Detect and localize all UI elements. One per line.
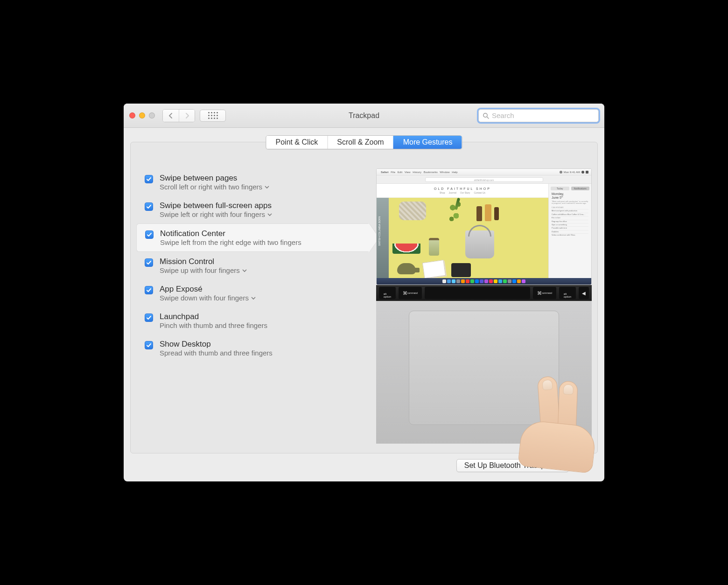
option-title: Launchpad: [160, 312, 267, 321]
option-title: Show Desktop: [160, 340, 273, 349]
hand-icon: [506, 339, 595, 446]
chevron-down-icon: [242, 269, 247, 272]
option-notification-center[interactable]: Notification Center Swipe left from the …: [136, 223, 369, 252]
option-title: App Exposé: [160, 285, 256, 294]
option-title: Swipe between pages: [160, 174, 269, 183]
show-all-button[interactable]: [200, 110, 226, 122]
checkbox-launchpad[interactable]: [145, 313, 153, 322]
nc-event: Dudders: [552, 230, 588, 233]
nc-tab-notifications: Notifications: [571, 187, 590, 190]
nc-event: Coffee with Allison Blue Coffee & Crea…: [552, 213, 588, 216]
chevron-down-icon: [251, 296, 256, 300]
nc-date: Monday, June 5th: [552, 192, 588, 200]
option-mission-control[interactable]: Mission Control Swipe up with four finge…: [136, 252, 363, 279]
content: Point & Click Scroll & Zoom More Gesture…: [124, 128, 604, 481]
close-window-button[interactable]: [129, 112, 135, 118]
checkbox-notification-center[interactable]: [145, 230, 154, 239]
preview-site: OLD FAITHFUL SHOP Shop Journal Our Story…: [377, 184, 548, 278]
preview-url-bar: oldfaithfulshop.com: [425, 177, 543, 182]
option-title: Notification Center: [160, 229, 301, 238]
option-subtitle: Swipe left from the right edge with two …: [160, 238, 301, 246]
option-subtitle[interactable]: Swipe down with four fingers: [160, 294, 256, 302]
chevron-down-icon: [267, 213, 272, 216]
option-subtitle[interactable]: Scroll left or right with two fingers: [160, 183, 269, 191]
titlebar: Trackpad: [124, 104, 604, 128]
preview-site-brand: OLD FAITHFUL SHOP: [434, 187, 491, 190]
search-input[interactable]: [489, 111, 595, 119]
option-app-expose[interactable]: App Exposé Swipe down with four fingers: [136, 279, 363, 307]
nav-buttons: [162, 109, 195, 122]
option-subtitle: Pinch with thumb and three fingers: [160, 321, 267, 329]
option-subtitle[interactable]: Swipe left or right with four fingers: [160, 210, 272, 218]
zoom-window-button[interactable]: [149, 112, 155, 118]
preview-trackpad: [376, 301, 592, 444]
nc-event: Regroup the office: [552, 220, 588, 223]
option-show-desktop[interactable]: Show Desktop Spread with thumb and three…: [136, 334, 363, 362]
nc-mini-icon: [586, 171, 588, 174]
preview-menubar-right: Mon 9:41 AM: [560, 171, 588, 174]
search-mini-icon: [581, 171, 584, 174]
tab-strip: Point & Click Scroll & Zoom More Gesture…: [266, 135, 462, 149]
nc-section-header: CALENDAR: [552, 206, 588, 209]
panel-body: Swipe between pages Scroll left or right…: [131, 168, 597, 453]
tab-more-gestures[interactable]: More Gestures: [393, 136, 462, 149]
forward-button[interactable]: [179, 110, 195, 122]
option-title: Swipe between full-screen apps: [160, 201, 272, 210]
preview-menubar: Safari File Edit View History Bookmarks …: [377, 169, 591, 175]
checkbox-show-desktop[interactable]: [145, 341, 153, 349]
preview-screen: Safari File Edit View History Bookmarks …: [376, 168, 592, 285]
preview-dock: [377, 278, 591, 285]
nc-event: Possible walk time: [552, 226, 588, 229]
nc-event: Video conference with Olivia: [552, 233, 588, 236]
tab-point-click[interactable]: Point & Click: [266, 136, 328, 149]
option-subtitle[interactable]: Swipe up with four fingers: [160, 266, 247, 274]
traffic-lights: [129, 112, 155, 118]
settings-panel: Point & Click Scroll & Zoom More Gesture…: [130, 142, 598, 453]
option-swipe-fullscreen[interactable]: Swipe between full-screen apps Swipe lef…: [136, 196, 363, 223]
search-icon: [483, 112, 489, 119]
status-icon: [560, 171, 562, 174]
gesture-preview: Safari File Edit View History Bookmarks …: [376, 168, 592, 444]
back-button[interactable]: [163, 110, 179, 122]
nc-event: Eric in late: [552, 216, 588, 219]
minimize-window-button[interactable]: [139, 112, 145, 118]
preview-clock: Mon 9:41 AM: [564, 171, 580, 174]
tab-scroll-zoom[interactable]: Scroll & Zoom: [327, 136, 393, 149]
option-title: Mission Control: [160, 257, 247, 266]
checkbox-app-expose[interactable]: [145, 286, 153, 294]
preview-keyboard: altoption ⌘command ⌘command altoption ◀: [376, 285, 592, 301]
option-launchpad[interactable]: Launchpad Pinch with thumb and three fin…: [136, 307, 363, 334]
preview-site-nav: Shop Journal Our Story Contact Us: [440, 191, 485, 194]
checkbox-swipe-pages[interactable]: [145, 175, 153, 183]
chevron-left-icon: [168, 113, 173, 118]
svg-line-1: [487, 117, 489, 118]
chevron-right-icon: [185, 113, 189, 118]
gesture-options-list: Swipe between pages Scroll left or right…: [136, 168, 363, 444]
preview-menubar-left: Safari File Edit View History Bookmarks …: [379, 171, 459, 174]
preview-site-hero: BRITISH COLUMBIA BORN: [377, 198, 548, 278]
nc-event: Gym or something: [552, 223, 588, 226]
checkbox-mission-control[interactable]: [145, 258, 153, 267]
search-field[interactable]: [478, 109, 599, 122]
window-title: Trackpad: [349, 111, 379, 120]
checkbox-swipe-fullscreen[interactable]: [145, 202, 153, 211]
chevron-down-icon: [265, 185, 269, 189]
nc-event: Meet and greet with production: [552, 209, 588, 212]
grid-icon: [208, 112, 218, 119]
preview-notification-center: Today Notifications Monday, June 5th "Me…: [548, 184, 591, 278]
nc-summary: "Meet and greet with production" is curr…: [552, 201, 588, 205]
preview-browser-toolbar: oldfaithfulshop.com: [377, 175, 591, 184]
nc-tab-today: Today: [551, 187, 569, 190]
option-subtitle: Spread with thumb and three fingers: [160, 349, 273, 357]
preferences-window: Trackpad Point & Click Scroll & Zoom Mor…: [124, 104, 604, 481]
option-swipe-pages[interactable]: Swipe between pages Scroll left or right…: [136, 168, 363, 196]
